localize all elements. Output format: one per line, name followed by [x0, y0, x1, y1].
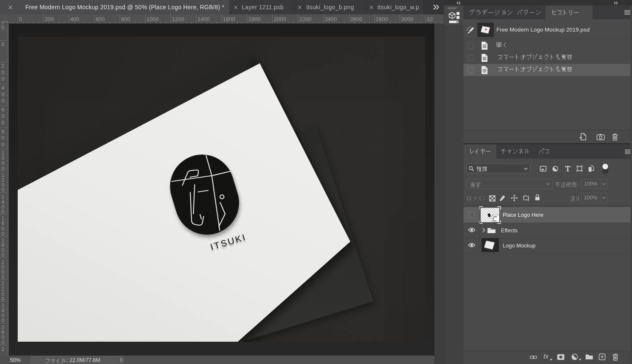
svg-text:0: 0 — [2, 209, 5, 215]
svg-text:3000: 3000 — [401, 16, 413, 22]
svg-text:0: 0 — [2, 113, 5, 119]
svg-text:4: 4 — [2, 85, 5, 91]
svg-text:0: 0 — [2, 340, 5, 345]
svg-text:1800: 1800 — [249, 16, 261, 22]
svg-text:1200: 1200 — [172, 16, 184, 22]
svg-text:0: 0 — [2, 142, 5, 148]
svg-text:0: 0 — [2, 98, 5, 104]
svg-text:1400: 1400 — [198, 16, 210, 22]
svg-text:0: 0 — [1, 25, 4, 31]
svg-text:0: 0 — [2, 92, 5, 98]
svg-text:0: 0 — [19, 16, 22, 22]
svg-text:1000: 1000 — [147, 16, 159, 22]
svg-text:2: 2 — [2, 346, 5, 352]
svg-text:0: 0 — [2, 70, 5, 76]
svg-text:6: 6 — [2, 107, 5, 113]
svg-text:0: 0 — [2, 187, 5, 193]
svg-text:2200: 2200 — [300, 16, 312, 22]
svg-text:0: 0 — [2, 231, 5, 237]
svg-text:2400: 2400 — [325, 16, 337, 22]
svg-text:800: 800 — [121, 16, 130, 22]
svg-text:600: 600 — [96, 16, 105, 22]
svg-text:0: 0 — [2, 135, 5, 141]
svg-text:0: 0 — [2, 318, 5, 324]
svg-text:8: 8 — [2, 129, 5, 135]
svg-text:2: 2 — [2, 63, 5, 69]
svg-text:1600: 1600 — [223, 16, 235, 22]
svg-text:0: 0 — [2, 252, 5, 258]
svg-text:0: 0 — [2, 76, 5, 82]
svg-text:2800: 2800 — [376, 16, 388, 22]
svg-text:0: 0 — [2, 166, 5, 172]
svg-text:0: 0 — [2, 120, 5, 126]
svg-text:0: 0 — [2, 274, 5, 280]
svg-text:0: 0 — [2, 296, 5, 302]
svg-text:2000: 2000 — [274, 16, 286, 22]
svg-text:200: 200 — [45, 16, 54, 22]
svg-text:2600: 2600 — [350, 16, 362, 22]
svg-text:0: 0 — [2, 42, 5, 48]
svg-text:400: 400 — [70, 16, 79, 22]
